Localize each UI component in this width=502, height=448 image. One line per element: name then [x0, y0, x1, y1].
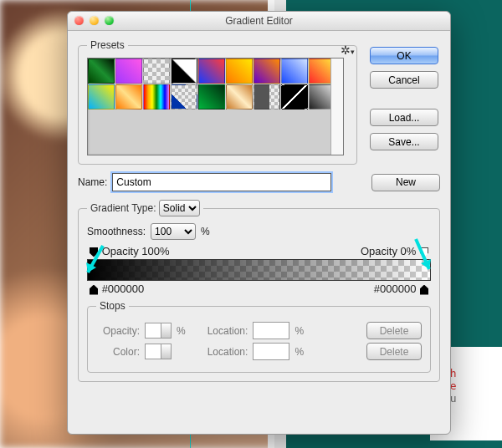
preset-swatch[interactable] — [254, 84, 280, 109]
pct-label: % — [177, 325, 186, 337]
preset-swatch[interactable] — [171, 59, 197, 84]
stop-opacity-label: Opacity: — [96, 325, 140, 337]
preset-swatch[interactable] — [115, 84, 142, 109]
name-row: Name: New — [78, 173, 440, 191]
close-icon[interactable] — [74, 16, 84, 25]
preset-swatch[interactable] — [171, 84, 197, 109]
ok-button[interactable]: OK — [370, 47, 438, 64]
color-stop-right-icon[interactable] — [420, 285, 428, 295]
preset-swatch[interactable] — [226, 59, 253, 84]
save-button[interactable]: Save... — [370, 133, 438, 150]
color-stop-row: #000000 #000000 — [89, 283, 429, 295]
preset-menu-icon[interactable]: ✲▾ — [341, 43, 355, 57]
stop-location-input — [253, 343, 289, 360]
stops-legend: Stops — [96, 300, 129, 312]
preset-swatch[interactable] — [115, 59, 142, 84]
hex-right-label: #000000 — [374, 283, 417, 295]
dropdown-icon — [161, 323, 171, 338]
preset-swatch[interactable] — [254, 59, 280, 84]
preset-swatch[interactable] — [198, 59, 225, 84]
preset-swatch[interactable] — [88, 59, 115, 84]
stop-opacity-input — [145, 323, 172, 339]
stops-group: Stops Opacity: % Location: % Delete Colo… — [87, 300, 431, 373]
opacity-stop-left-icon[interactable] — [90, 247, 98, 257]
gradient-bar[interactable] — [87, 259, 431, 281]
delete-opacity-stop-button: Delete — [366, 322, 422, 339]
load-button[interactable]: Load... — [370, 109, 438, 126]
new-button[interactable]: New — [371, 174, 440, 191]
stops-section: Stops Opacity: % Location: % Delete Colo… — [87, 300, 431, 373]
presets-box — [87, 58, 344, 155]
window-title: Gradient Editor — [225, 15, 293, 27]
opacity-stop-row: Opacity 100% Opacity 0% — [89, 245, 429, 257]
pct-label: % — [295, 325, 304, 337]
color-stop-left-icon[interactable] — [90, 285, 98, 295]
smoothness-label: Smoothness: — [87, 226, 146, 237]
stop-color-well — [145, 344, 172, 359]
smoothness-row: Smoothness: 100 % — [87, 223, 431, 240]
stop-color-label: Color: — [96, 346, 140, 358]
cancel-button[interactable]: Cancel — [370, 71, 438, 89]
dropdown-icon — [161, 344, 171, 359]
zoom-icon[interactable] — [105, 16, 114, 25]
presets-scrollbar[interactable] — [330, 59, 343, 155]
opacity-right-label: Opacity 0% — [361, 245, 416, 257]
opacity-stop-right-icon[interactable] — [420, 247, 428, 257]
gradient-editor-dialog: Gradient Editor ✲▾ OK Cancel Load... Sav… — [67, 11, 451, 435]
presets-group: Presets — [78, 39, 357, 165]
delete-color-stop-button: Delete — [366, 343, 422, 360]
smoothness-select[interactable]: 100 — [151, 223, 196, 240]
presets-legend: Presets — [87, 39, 128, 51]
stop-location-label: Location: — [207, 346, 248, 358]
name-input[interactable] — [112, 173, 331, 191]
preset-swatch[interactable] — [198, 84, 225, 109]
gradient-type-row: Gradient Type: Solid — [87, 200, 203, 216]
pct-label: % — [201, 226, 210, 237]
preset-swatch[interactable] — [281, 84, 308, 109]
pct-label: % — [295, 346, 304, 358]
stop-location-input — [253, 322, 289, 339]
dialog-body: ✲▾ OK Cancel Load... Save... Presets Nam… — [68, 31, 450, 400]
preset-swatch[interactable] — [143, 84, 170, 109]
stops-color-row: Color: % Location: % Delete — [96, 343, 422, 360]
preset-swatch[interactable] — [143, 59, 170, 84]
stops-opacity-row: Opacity: % Location: % Delete — [96, 322, 422, 339]
gradient-group: Gradient Type: Solid Smoothness: 100 % O… — [78, 200, 440, 382]
preset-swatch[interactable] — [226, 84, 253, 109]
stop-location-label: Location: — [207, 325, 248, 337]
opacity-left-label: Opacity 100% — [102, 245, 170, 257]
name-label: Name: — [78, 176, 107, 188]
gradient-type-label: Gradient Type: — [90, 202, 156, 214]
gradient-type-select[interactable]: Solid — [159, 200, 200, 216]
button-column: OK Cancel Load... Save... — [370, 47, 438, 150]
swatch-grid — [88, 59, 336, 109]
preset-swatch[interactable] — [281, 59, 308, 84]
minimize-icon[interactable] — [90, 16, 99, 25]
titlebar[interactable]: Gradient Editor — [68, 12, 450, 31]
preset-swatch[interactable] — [88, 84, 115, 109]
hex-left-label: #000000 — [102, 283, 145, 295]
